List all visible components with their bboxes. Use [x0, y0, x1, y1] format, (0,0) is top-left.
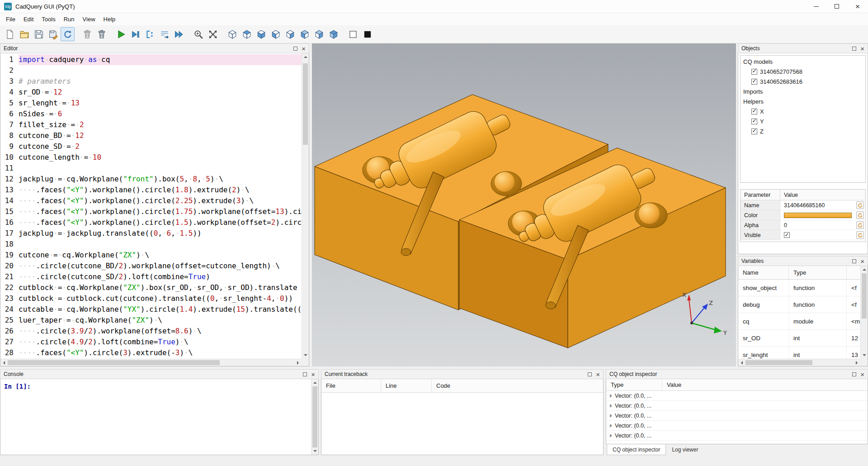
tree-group-imports[interactable]: Imports	[741, 86, 865, 96]
variables-header-name[interactable]: Name	[738, 266, 789, 279]
code-line-20[interactable]: 20····.circle(cutcone_BD/2).workplane(of…	[0, 261, 302, 271]
inspector-row-1[interactable]: Vector: (0.0, ...	[606, 391, 868, 401]
traceback-header-file[interactable]: File	[321, 379, 381, 392]
code-line-18[interactable]: 18	[0, 239, 302, 250]
code-line-22[interactable]: 22cutblock·=·cq.Workplane("ZX").box(sr_O…	[0, 282, 302, 293]
view-iso-button[interactable]	[225, 27, 239, 41]
delete-button[interactable]	[94, 27, 108, 41]
variables-header-value[interactable]	[847, 266, 860, 279]
scroll-right-icon[interactable]	[294, 359, 302, 366]
variable-row-sr_OD[interactable]: sr_ODint12	[738, 330, 860, 347]
run-button[interactable]	[114, 27, 128, 41]
scroll-track[interactable]	[302, 61, 309, 352]
reset-alpha-button[interactable]	[856, 221, 864, 229]
clear-console-button[interactable]	[80, 27, 94, 41]
scroll-thumb[interactable]	[862, 273, 867, 319]
console-vscrollbar[interactable]	[311, 379, 318, 455]
variables-hscrollbar[interactable]	[738, 359, 860, 366]
save-as-button[interactable]	[46, 27, 60, 41]
tree-group-helpers[interactable]: Helpers	[741, 96, 865, 106]
editor-code[interactable]: 1import·cadquery·as·cq23# parameters4sr_…	[0, 53, 302, 359]
variable-row-cq[interactable]: cqmodule<m	[738, 313, 860, 330]
view-left-button[interactable]	[297, 27, 311, 41]
code-line-1[interactable]: 1import·cadquery·as·cq	[0, 54, 302, 65]
scroll-track[interactable]	[8, 359, 294, 366]
reset-name-button[interactable]	[856, 201, 864, 209]
view-back-button[interactable]	[283, 27, 297, 41]
tab-cq-object-inspector[interactable]: CQ object inspector	[607, 444, 666, 455]
code-line-28[interactable]: 28····.faces("<Y").circle(3).extrude(-3)…	[0, 347, 302, 358]
menu-help[interactable]: Help	[99, 14, 120, 24]
code-line-6[interactable]: 6nSides·=·6	[0, 109, 302, 119]
code-line-10[interactable]: 10cutcone_length·=·10	[0, 152, 302, 163]
code-line-26[interactable]: 26····.circle(3.9/2).workplane(offset=8.…	[0, 326, 302, 337]
scroll-right-icon[interactable]	[853, 359, 860, 366]
float-dock-icon[interactable]	[852, 47, 856, 51]
code-line-25[interactable]: 25luer_taper·=·cq.Workplane("ZX")·\	[0, 315, 302, 326]
scroll-thumb[interactable]	[745, 360, 812, 365]
checkbox[interactable]	[751, 128, 757, 134]
tab-log-viewer[interactable]: Log viewer	[666, 444, 704, 455]
close-dock-icon[interactable]: ×	[311, 371, 315, 378]
code-line-2[interactable]: 2	[0, 65, 302, 76]
code-line-13[interactable]: 13····.faces("<Y").workplane().circle(1.…	[0, 185, 302, 195]
editor-vscrollbar[interactable]	[302, 53, 309, 359]
fit-all-button[interactable]	[206, 27, 220, 41]
inspector-header-value[interactable]: Value	[662, 379, 868, 390]
float-dock-icon[interactable]	[852, 372, 856, 376]
code-line-19[interactable]: 19cutcone·=·cq.Workplane("ZX")·\	[0, 250, 302, 261]
expand-icon[interactable]	[610, 424, 612, 428]
scroll-thumb[interactable]	[303, 63, 308, 145]
variables-vscrollbar[interactable]	[860, 266, 868, 359]
property-value[interactable]: 0	[780, 220, 865, 230]
property-value[interactable]	[780, 210, 865, 220]
inspector-row-2[interactable]: Vector: (0.0, ...	[606, 401, 868, 411]
float-dock-icon[interactable]	[303, 372, 307, 376]
tree-item-3140652707568[interactable]: 3140652707568	[741, 67, 865, 76]
run-selection-button[interactable]	[143, 27, 157, 41]
save-button[interactable]	[32, 27, 46, 41]
tree-group-cq-models[interactable]: CQ models	[741, 57, 865, 67]
code-line-12[interactable]: 12jackplug·=·cq.Workplane("front").box(5…	[0, 174, 302, 185]
console-prompt[interactable]: In [1]:	[4, 383, 31, 390]
inspector-row-4[interactable]: Vector: (0.0, ...	[606, 421, 868, 431]
view-bottom-button[interactable]	[254, 27, 268, 41]
close-dock-icon[interactable]: ×	[860, 371, 864, 378]
code-line-7[interactable]: 7fillet_size·=·2	[0, 119, 302, 130]
expand-icon[interactable]	[610, 394, 612, 398]
float-dock-icon[interactable]	[293, 47, 297, 51]
viewport-3d[interactable]: X Z Y	[312, 43, 736, 366]
property-value[interactable]: 3140646685160	[780, 200, 865, 210]
maximize-button[interactable]	[826, 0, 847, 13]
code-line-14[interactable]: 14····.faces("<Y").workplane().circle(2.…	[0, 195, 302, 206]
scroll-up-icon[interactable]	[311, 379, 319, 386]
debug-button[interactable]	[128, 27, 142, 41]
scroll-track[interactable]	[861, 273, 868, 352]
tree-item-3140652683616[interactable]: 3140652683616	[741, 76, 865, 86]
code-line-8[interactable]: 8cutcone_BD·=·12	[0, 130, 302, 141]
inspector-header-type[interactable]: Type	[606, 379, 662, 390]
close-button[interactable]: ×	[847, 0, 868, 13]
reset-color-button[interactable]	[856, 211, 864, 219]
scroll-up-icon[interactable]	[861, 266, 868, 273]
minimize-button[interactable]	[806, 0, 826, 13]
open-file-button[interactable]	[17, 27, 31, 41]
color-swatch[interactable]	[784, 213, 852, 218]
scroll-thumb[interactable]	[312, 386, 317, 447]
tree-item-y[interactable]: Y	[741, 116, 865, 126]
variable-row-sr_lenght[interactable]: sr_lenghtint13	[738, 347, 860, 359]
close-dock-icon[interactable]: ×	[860, 258, 864, 265]
view-front-button[interactable]	[269, 27, 283, 41]
code-line-17[interactable]: 17jackplug·=·jackplug.translate((0,·6,·1…	[0, 228, 302, 239]
checkbox[interactable]	[751, 109, 757, 114]
float-dock-icon[interactable]	[852, 259, 856, 263]
float-dock-icon[interactable]	[588, 372, 592, 376]
menu-run[interactable]: Run	[60, 14, 79, 24]
view-fit-button[interactable]	[326, 27, 340, 41]
code-line-11[interactable]: 11	[0, 163, 302, 174]
code-line-3[interactable]: 3# parameters	[0, 76, 302, 87]
checkbox[interactable]	[784, 232, 790, 238]
code-line-9[interactable]: 9cutcone_SD·=·2	[0, 141, 302, 152]
view-right-button[interactable]	[312, 27, 326, 41]
menu-view[interactable]: View	[79, 14, 99, 24]
